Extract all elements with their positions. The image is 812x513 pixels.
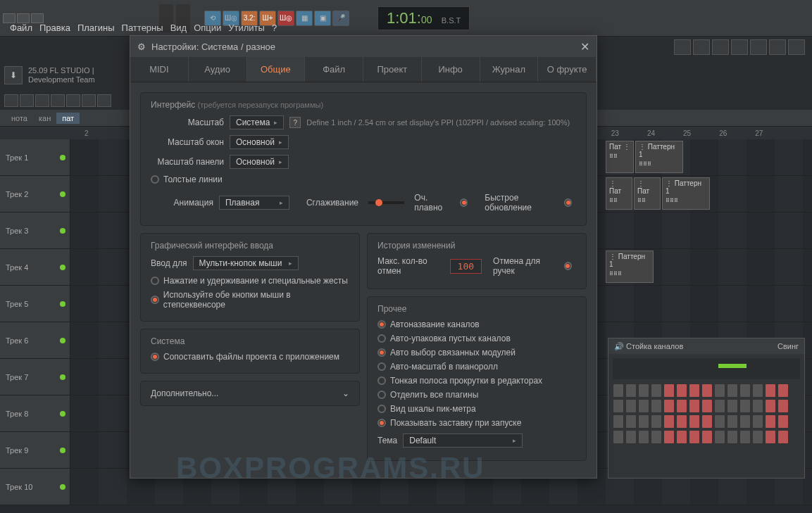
pattern-clip[interactable]: ⋮ Паттерн 1⠿⠿⠿ xyxy=(662,177,710,210)
pattern-clip[interactable]: ⋮ Паттерн 1⠿⠿⠿ xyxy=(635,141,683,173)
step-button[interactable] xyxy=(714,414,725,429)
opt-other-5[interactable]: Отделить все плагины xyxy=(377,390,576,400)
track-active-dot[interactable] xyxy=(60,374,65,380)
step-button[interactable] xyxy=(701,430,713,444)
track-label[interactable]: Трек 4 xyxy=(0,249,70,285)
download-icon[interactable]: ⬇ xyxy=(4,66,23,84)
step-button[interactable] xyxy=(625,430,637,444)
select-icon[interactable] xyxy=(35,94,49,107)
tab-info[interactable]: Инфо xyxy=(422,57,480,82)
step-button[interactable] xyxy=(651,430,662,444)
radio-icon[interactable] xyxy=(564,198,572,207)
step-button[interactable] xyxy=(663,430,675,444)
opt-click-hold[interactable]: Нажатие и удерживание и специальные жест… xyxy=(151,276,349,286)
play-icon[interactable] xyxy=(66,94,80,107)
step-button[interactable] xyxy=(765,414,776,429)
tab-project[interactable]: Проект xyxy=(363,57,422,82)
tab-about[interactable]: О фрукте xyxy=(538,57,596,82)
step-button[interactable] xyxy=(689,414,700,429)
zoom-icon[interactable] xyxy=(51,94,65,107)
step-button[interactable] xyxy=(663,399,675,413)
step-button[interactable] xyxy=(625,399,637,413)
opt-other-4[interactable]: Тонкая полоса прокрутки в редакторах xyxy=(377,376,576,386)
menu-file[interactable]: Файл xyxy=(7,21,35,34)
step-button[interactable] xyxy=(752,399,763,413)
menu-options[interactable]: Опции xyxy=(191,21,224,34)
step-button[interactable] xyxy=(739,414,751,429)
opt-thick-lines[interactable]: Толстые линии xyxy=(151,175,576,184)
opt-other-3[interactable]: Авто-масштаб в пианоролл xyxy=(377,362,576,372)
step-button[interactable] xyxy=(651,414,662,429)
track-label[interactable]: Трек 6 xyxy=(0,322,70,358)
rt-3[interactable] xyxy=(712,39,729,55)
slider-thumb[interactable] xyxy=(375,199,382,206)
track-label[interactable]: Трек 9 xyxy=(0,432,70,468)
mute-icon[interactable] xyxy=(82,94,96,107)
step-button[interactable] xyxy=(752,430,763,444)
step-button[interactable] xyxy=(613,430,624,444)
opt-other-7[interactable]: Показывать заставку при запуске xyxy=(377,418,576,428)
menu-help[interactable]: ? xyxy=(269,21,280,34)
step-button[interactable] xyxy=(663,384,675,398)
step-button[interactable] xyxy=(701,384,713,398)
pattern-clip[interactable]: Пат ⋮⠿⠿ xyxy=(606,141,634,173)
rt-2[interactable] xyxy=(693,39,710,55)
menu-view[interactable]: Вид xyxy=(168,21,190,34)
section-advanced[interactable]: Дополнительно... ⌄ xyxy=(140,381,360,406)
pattern-clip[interactable]: ⋮ Пат⠿⠿ xyxy=(634,177,661,210)
opt-other-0[interactable]: Автоназвание каналов xyxy=(377,319,576,329)
rt-6[interactable] xyxy=(769,39,786,55)
close-icon[interactable]: ✕ xyxy=(580,40,589,53)
step-button[interactable] xyxy=(651,399,662,413)
rt-7[interactable] xyxy=(788,39,805,55)
track-active-dot[interactable] xyxy=(60,411,65,417)
step-button[interactable] xyxy=(676,384,687,398)
step-button[interactable] xyxy=(714,430,725,444)
step-button[interactable] xyxy=(739,399,751,413)
step-button[interactable] xyxy=(676,414,687,429)
panel-scale-dropdown[interactable]: Основной xyxy=(230,155,289,169)
step-button[interactable] xyxy=(765,384,776,398)
tab-pat[interactable]: пат xyxy=(56,113,80,124)
step-button[interactable] xyxy=(676,399,687,413)
step-button[interactable] xyxy=(625,414,637,429)
step-button[interactable] xyxy=(638,384,649,398)
track-active-dot[interactable] xyxy=(60,191,65,197)
step-button[interactable] xyxy=(638,430,649,444)
slip-icon[interactable] xyxy=(97,94,111,107)
tb-7[interactable]: 🎤 xyxy=(332,11,349,26)
max-undo-value[interactable]: 100 xyxy=(450,259,482,274)
menu-plugins[interactable]: Плагины xyxy=(75,21,118,34)
opt-other-2[interactable]: Авто выбор связанных модулей xyxy=(377,348,576,357)
track-label[interactable]: Трек 7 xyxy=(0,359,70,395)
track-active-dot[interactable] xyxy=(60,265,65,270)
time-display[interactable]: 1:01:00 B.S.T xyxy=(377,6,470,30)
help-button[interactable]: ? xyxy=(289,117,301,128)
scale-dropdown[interactable]: Система xyxy=(230,115,284,129)
step-button[interactable] xyxy=(727,430,738,444)
radio-icon[interactable] xyxy=(564,262,572,270)
tab-midi[interactable]: MIDI xyxy=(130,57,189,82)
step-button[interactable] xyxy=(651,384,662,398)
win-scale-dropdown[interactable]: Основной xyxy=(230,135,289,149)
step-button[interactable] xyxy=(689,430,700,444)
track-active-dot[interactable] xyxy=(60,484,65,490)
step-button[interactable] xyxy=(613,414,624,429)
step-button[interactable] xyxy=(739,430,751,444)
opt-both-buttons[interactable]: Используйте обе кнопки мыши в степсеквен… xyxy=(151,290,349,310)
step-button[interactable] xyxy=(613,399,624,413)
theme-dropdown[interactable]: Default xyxy=(403,433,523,448)
rt-5[interactable] xyxy=(750,39,767,55)
step-button[interactable] xyxy=(689,384,700,398)
menu-patterns[interactable]: Паттерны xyxy=(119,21,166,34)
step-button[interactable] xyxy=(663,414,675,429)
magnet-icon[interactable] xyxy=(4,94,18,107)
step-button[interactable] xyxy=(625,384,637,398)
step-button[interactable] xyxy=(701,399,713,413)
menu-tools[interactable]: Утилиты xyxy=(225,21,268,34)
track-active-dot[interactable] xyxy=(60,448,65,453)
step-button[interactable] xyxy=(727,414,738,429)
tab-chan[interactable]: кан xyxy=(33,113,56,124)
step-button[interactable] xyxy=(689,399,700,413)
track-active-dot[interactable] xyxy=(60,301,65,307)
